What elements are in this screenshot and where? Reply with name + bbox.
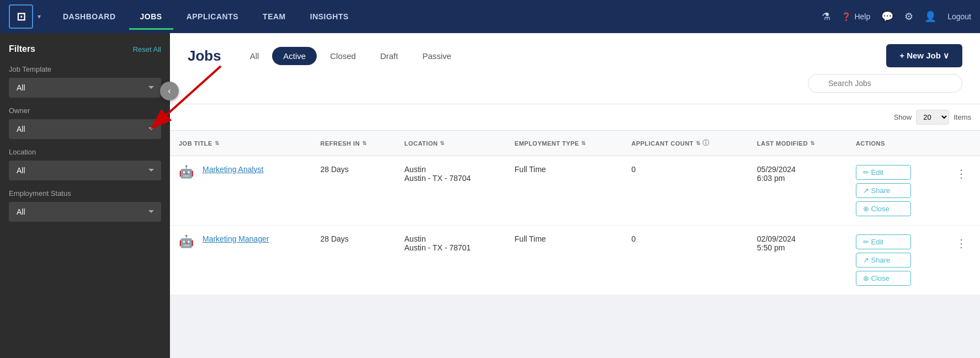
- tab-active[interactable]: Active: [272, 47, 317, 65]
- flask-icon[interactable]: ⚗: [822, 10, 830, 23]
- col-last-modified[interactable]: LAST MODIFIED ⇅: [748, 131, 847, 156]
- col-employment-type[interactable]: EMPLOYMENT TYPE ⇅: [506, 131, 623, 156]
- employment-status-label: Employment Status: [9, 189, 161, 197]
- owner-select[interactable]: All: [9, 119, 161, 139]
- nav-right: ⚗ ❓ Help 💬 ⚙ 👤 Logout: [822, 10, 971, 23]
- cell-applicant-2: 0: [622, 226, 748, 295]
- tab-passive[interactable]: Passive: [411, 47, 462, 65]
- sort-icon-applicant: ⇅: [696, 140, 701, 146]
- cell-employment-2: Full Time: [506, 226, 623, 295]
- search-bar: 🔍: [188, 74, 962, 93]
- sidebar-toggle-button[interactable]: ‹: [160, 82, 179, 100]
- location-section: Location All: [9, 148, 161, 180]
- jobs-table-wrapper: JOB TITLE ⇅ REFRESH IN ⇅: [170, 131, 980, 295]
- cell-job-title-1: 🤖 Marketing Analyst: [170, 156, 312, 226]
- cell-location-2: Austin Austin - TX - 78701: [396, 226, 506, 295]
- help-circle-icon: ❓: [841, 12, 851, 21]
- robot-icon-2: 🤖: [179, 234, 194, 249]
- actions-cell-2: ✏ Edit ↗ Share ⊗ Close: [856, 234, 934, 286]
- applicant-help-icon: ⓘ: [702, 138, 710, 148]
- sort-icon-employment: ⇅: [581, 140, 586, 146]
- table-row: 🤖 Marketing Analyst 28 Days Austin Austi…: [170, 156, 980, 226]
- col-applicant-count[interactable]: APPLICANT COUNT ⇅ ⓘ: [622, 131, 748, 156]
- nav-applicants[interactable]: APPLICANTS: [175, 8, 249, 25]
- col-location[interactable]: LOCATION ⇅: [396, 131, 506, 156]
- new-job-button[interactable]: + New Job ∨: [886, 44, 962, 67]
- cell-refresh-1: 28 Days: [312, 156, 396, 226]
- search-wrapper: 🔍: [808, 74, 962, 93]
- sort-icon-location: ⇅: [440, 140, 445, 146]
- cell-refresh-2: 28 Days: [312, 226, 396, 295]
- col-job-title-label: JOB TITLE: [179, 140, 212, 147]
- cell-applicant-1: 0: [622, 156, 748, 226]
- top-nav: ⊡ ▾ DASHBOARD JOBS APPLICANTS TEAM INSIG…: [0, 0, 980, 33]
- user-icon[interactable]: 👤: [924, 10, 936, 23]
- table-row: 🤖 Marketing Manager 28 Days Austin Austi…: [170, 226, 980, 295]
- owner-label: Owner: [9, 106, 161, 115]
- sort-icon-refresh: ⇅: [362, 140, 367, 146]
- more-menu-button-1[interactable]: ⋮: [951, 165, 971, 183]
- nav-team[interactable]: TEAM: [252, 8, 297, 25]
- settings-icon[interactable]: ⚙: [904, 10, 913, 23]
- edit-button-1[interactable]: ✏ Edit: [856, 165, 911, 180]
- owner-section: Owner All: [9, 106, 161, 139]
- tab-closed[interactable]: Closed: [319, 47, 367, 65]
- nav-dashboard[interactable]: DASHBOARD: [52, 8, 127, 25]
- show-select[interactable]: 20 50 100: [916, 110, 949, 125]
- job-template-label: Job Template: [9, 65, 161, 73]
- col-actions: ACTIONS: [847, 131, 942, 156]
- job-template-select[interactable]: All: [9, 78, 161, 98]
- sidebar-title: Filters: [9, 44, 35, 54]
- show-label: Show: [894, 113, 912, 121]
- tab-all[interactable]: All: [239, 47, 270, 65]
- employment-status-section: Employment Status All: [9, 189, 161, 222]
- cell-modified-2: 02/09/2024 5:50 pm: [748, 226, 847, 295]
- close-button-2[interactable]: ⊗ Close: [856, 271, 911, 286]
- reset-all-link[interactable]: Reset All: [133, 45, 161, 54]
- jobs-header: Jobs All Active Closed Draft Passive + N…: [170, 33, 980, 104]
- employment-status-select[interactable]: All: [9, 202, 161, 222]
- col-more: [942, 131, 980, 156]
- tab-draft[interactable]: Draft: [369, 47, 409, 65]
- app-logo[interactable]: ⊡: [9, 4, 33, 29]
- share-button-1[interactable]: ↗ Share: [856, 183, 911, 198]
- main-content: Jobs All Active Closed Draft Passive + N…: [170, 33, 980, 358]
- help-button[interactable]: ❓ Help: [841, 12, 870, 21]
- table-top-bar: Show 20 50 100 Items: [170, 104, 980, 131]
- help-label: Help: [854, 12, 870, 21]
- job-link-1[interactable]: Marketing Analyst: [203, 165, 264, 174]
- logout-button[interactable]: Logout: [947, 12, 971, 21]
- col-job-title[interactable]: JOB TITLE ⇅: [170, 131, 312, 156]
- cell-more-1: ⋮: [942, 156, 980, 226]
- location-select[interactable]: All: [9, 161, 161, 180]
- cell-actions-2: ✏ Edit ↗ Share ⊗ Close: [847, 226, 942, 295]
- actions-cell-1: ✏ Edit ↗ Share ⊗ Close: [856, 165, 934, 216]
- search-jobs-input[interactable]: [808, 74, 962, 93]
- close-button-1[interactable]: ⊗ Close: [856, 201, 911, 216]
- col-refresh-in[interactable]: REFRESH IN ⇅: [312, 131, 396, 156]
- chat-icon[interactable]: 💬: [881, 10, 893, 23]
- robot-icon-1: 🤖: [179, 165, 194, 179]
- nav-insights[interactable]: INSIGHTS: [299, 8, 360, 25]
- nav-jobs[interactable]: JOBS: [129, 8, 173, 25]
- cell-job-title-2: 🤖 Marketing Manager: [170, 226, 312, 295]
- show-row: Show 20 50 100 Items: [894, 110, 971, 125]
- jobs-header-top: Jobs All Active Closed Draft Passive + N…: [188, 44, 962, 67]
- sort-icon-modified: ⇅: [810, 140, 815, 146]
- job-link-2[interactable]: Marketing Manager: [203, 234, 269, 243]
- cell-location-1: Austin Austin - TX - 78704: [396, 156, 506, 226]
- sidebar: Filters Reset All Job Template All Owner…: [0, 33, 170, 358]
- jobs-tabs: All Active Closed Draft Passive: [239, 47, 462, 65]
- more-menu-button-2[interactable]: ⋮: [951, 234, 971, 252]
- cell-modified-1: 05/29/2024 6:03 pm: [748, 156, 847, 226]
- logo-caret[interactable]: ▾: [38, 13, 41, 20]
- job-template-section: Job Template All: [9, 65, 161, 98]
- nav-links: DASHBOARD JOBS APPLICANTS TEAM INSIGHTS: [52, 8, 822, 25]
- edit-button-2[interactable]: ✏ Edit: [856, 234, 911, 249]
- share-button-2[interactable]: ↗ Share: [856, 253, 911, 268]
- jobs-title-area: Jobs All Active Closed Draft Passive: [188, 47, 462, 65]
- table-header-row: JOB TITLE ⇅ REFRESH IN ⇅: [170, 131, 980, 156]
- page-title: Jobs: [188, 47, 221, 65]
- sidebar-header: Filters Reset All: [9, 44, 161, 54]
- cell-more-2: ⋮: [942, 226, 980, 295]
